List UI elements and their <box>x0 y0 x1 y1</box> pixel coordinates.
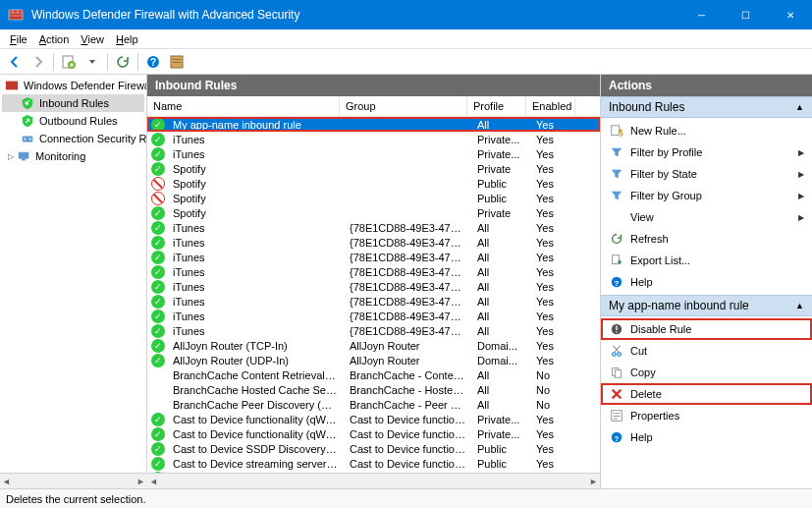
rule-row[interactable]: SpotifyPublicYes <box>147 191 600 205</box>
rule-row[interactable]: BranchCache Peer Discovery (WSD-In)Branc… <box>147 397 600 412</box>
rule-name: iTunes <box>167 266 344 278</box>
menu-action[interactable]: Action <box>33 31 76 47</box>
rule-row[interactable]: ✓iTunes{78E1CD88-49E3-476E-B926-...AllYe… <box>147 250 600 264</box>
rule-row[interactable]: SpotifyPublicYes <box>147 176 600 191</box>
rule-row[interactable]: ✓Cast to Device streaming server (HTTP-S… <box>147 456 600 471</box>
rule-row[interactable]: ✓iTunes{78E1CD88-49E3-476E-B926-...AllYe… <box>147 294 600 309</box>
rule-row[interactable]: ✓Cast to Device functionality (qWave-UDP… <box>147 426 600 441</box>
blank-icon <box>151 398 165 412</box>
tree-root[interactable]: Windows Defender Firewall witl <box>2 77 144 94</box>
rule-row[interactable]: ✓SpotifyPrivateYes <box>147 161 600 176</box>
rule-profile: Domai... <box>471 355 530 367</box>
maximize-button[interactable]: ☐ <box>724 0 768 29</box>
action-export-list[interactable]: Export List... <box>601 250 812 271</box>
nav-forward-button[interactable] <box>27 51 49 73</box>
action-copy[interactable]: Copy <box>601 362 812 383</box>
menu-help[interactable]: Help <box>110 31 144 47</box>
rule-row[interactable]: ✓iTunes{78E1CD88-49E3-476E-B926-...AllYe… <box>147 220 600 235</box>
tree-item-connection-security-rules[interactable]: Connection Security Rules <box>2 130 144 147</box>
rule-group: Cast to Device functionality <box>344 458 471 470</box>
action-filter-by-profile[interactable]: Filter by Profile▶ <box>601 141 812 163</box>
rule-profile: Private... <box>471 148 530 160</box>
rule-row[interactable]: ✓Cast to Device functionality (qWave-TCP… <box>147 412 600 426</box>
rule-name: Cast to Device functionality (qWave-UDP.… <box>167 428 344 440</box>
rule-enabled: Yes <box>530 119 579 131</box>
menu-file[interactable]: File <box>4 31 33 47</box>
dropdown-button[interactable] <box>81 51 103 73</box>
action-help[interactable]: ?Help <box>601 426 812 448</box>
refresh-button[interactable] <box>112 51 134 73</box>
col-name[interactable]: Name <box>147 96 340 116</box>
action-filter-by-group[interactable]: Filter by Group▶ <box>601 185 812 206</box>
rule-group: Cast to Device functionality <box>344 428 471 440</box>
action-disable-rule[interactable]: Disable Rule <box>601 318 812 340</box>
monitor-icon <box>16 148 31 164</box>
rule-row[interactable]: ✓iTunesPrivate...Yes <box>147 132 600 146</box>
new-button[interactable] <box>58 51 80 73</box>
allow-icon: ✓ <box>151 354 165 367</box>
action-refresh[interactable]: Refresh <box>601 228 812 250</box>
nav-back-button[interactable] <box>4 51 26 73</box>
rule-row[interactable]: ✓iTunes{78E1CD88-49E3-476E-B926-...AllYe… <box>147 323 600 338</box>
collapse-icon: ▲ <box>795 301 804 310</box>
action-label: Properties <box>630 410 679 422</box>
action-cut[interactable]: Cut <box>601 340 812 362</box>
action-new-rule[interactable]: New Rule... <box>601 120 812 141</box>
svg-point-24 <box>616 331 617 332</box>
tree-item-inbound-rules[interactable]: Inbound Rules <box>2 94 144 112</box>
action-section-rule[interactable]: My app-name inbound rule ▲ <box>601 295 812 316</box>
rule-profile: All <box>471 325 530 337</box>
rule-profile: All <box>471 119 530 131</box>
action-properties[interactable]: Properties <box>601 405 812 426</box>
rule-row[interactable]: BranchCache Hosted Cache Server (HTTP-In… <box>147 382 600 397</box>
rule-row[interactable]: ✓iTunes{78E1CD88-49E3-476E-B926-...AllYe… <box>147 309 600 323</box>
properties-button[interactable] <box>166 51 188 73</box>
rule-name: iTunes <box>167 134 344 145</box>
rule-row[interactable]: ✓AllJoyn Router (TCP-In)AllJoyn RouterDo… <box>147 338 600 353</box>
rule-enabled: Yes <box>530 428 579 440</box>
rule-enabled: Yes <box>530 355 579 367</box>
col-enabled[interactable]: Enabled <box>526 96 575 116</box>
rule-group: AllJoyn Router <box>344 340 471 352</box>
delete-icon <box>609 386 624 402</box>
rule-row[interactable]: ✓iTunes{78E1CD88-49E3-476E-B926-...AllYe… <box>147 264 600 279</box>
rule-profile: All <box>471 399 530 411</box>
cut-icon <box>609 343 624 359</box>
filter-icon <box>609 144 624 160</box>
menu-view[interactable]: View <box>75 31 110 47</box>
rule-row[interactable]: ✓AllJoyn Router (UDP-In)AllJoyn RouterDo… <box>147 353 600 367</box>
rule-row[interactable]: ✓iTunes{78E1CD88-49E3-476E-B926-...AllYe… <box>147 279 600 294</box>
rule-row[interactable]: ✓My app-name inbound ruleAllYes <box>147 117 600 132</box>
tree-item-monitoring[interactable]: Monitoring <box>2 147 144 165</box>
action-view[interactable]: View▶ <box>601 206 812 228</box>
svg-rect-32 <box>614 419 618 420</box>
col-group[interactable]: Group <box>340 96 467 116</box>
svg-rect-0 <box>9 10 23 20</box>
help-button[interactable]: ? <box>142 51 164 73</box>
rule-profile: All <box>471 222 530 234</box>
rule-row[interactable]: ✓Cast to Device SSDP Discovery (UDP-In)C… <box>147 441 600 456</box>
rule-row[interactable]: BranchCache Content Retrieval (HTTP-In)B… <box>147 367 600 382</box>
action-filter-by-state[interactable]: Filter by State▶ <box>601 163 812 185</box>
minimize-button[interactable]: ─ <box>679 0 724 29</box>
rule-row[interactable]: ✓iTunes{78E1CD88-49E3-476E-B926-...AllYe… <box>147 235 600 250</box>
rules-list[interactable]: ✓My app-name inbound ruleAllYes✓iTunesPr… <box>147 117 600 473</box>
rule-group: Cast to Device functionality <box>344 443 471 455</box>
rule-profile: All <box>471 266 530 278</box>
action-section-inbound[interactable]: Inbound Rules ▲ <box>601 96 812 118</box>
rule-enabled: Yes <box>530 193 579 204</box>
action-help[interactable]: ?Help <box>601 271 812 293</box>
rules-panel-title: Inbound Rules <box>147 75 600 96</box>
tree-item-outbound-rules[interactable]: Outbound Rules <box>2 112 144 130</box>
rule-name: iTunes <box>167 296 344 308</box>
rules-panel: Inbound Rules Name Group Profile Enabled… <box>147 75 601 488</box>
rule-row[interactable]: ✓iTunesPrivate...Yes <box>147 146 600 161</box>
rule-enabled: Yes <box>530 414 579 425</box>
col-profile[interactable]: Profile <box>467 96 526 116</box>
rule-row[interactable]: ✓SpotifyPrivateYes <box>147 205 600 220</box>
action-delete[interactable]: Delete <box>601 383 812 405</box>
tree-root-label: Windows Defender Firewall witl <box>24 80 147 91</box>
tree-hscroll[interactable]: ◄► <box>0 473 147 488</box>
close-button[interactable]: ✕ <box>768 0 812 29</box>
rules-hscroll[interactable]: ◄► <box>147 473 600 488</box>
